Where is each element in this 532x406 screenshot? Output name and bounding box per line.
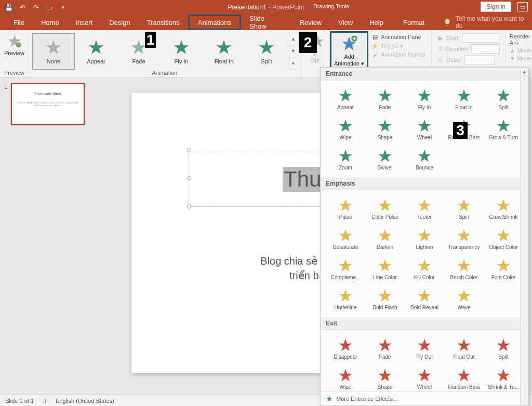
animation-none[interactable]: None bbox=[32, 33, 75, 70]
effect-underline[interactable]: Underline bbox=[326, 284, 365, 314]
duration-input[interactable] bbox=[471, 44, 500, 54]
effect-fill-color[interactable]: Fill Color bbox=[405, 254, 444, 284]
effect-line-color[interactable]: Line Color bbox=[365, 254, 405, 284]
effect-lighten[interactable]: Lighten bbox=[405, 224, 444, 254]
effect-shrink-tu-[interactable]: Shrink & Tu... bbox=[484, 363, 523, 391]
preview-button[interactable]: Preview bbox=[2, 31, 26, 58]
effect-fade[interactable]: Fade bbox=[365, 84, 405, 114]
tab-animations[interactable]: Animations bbox=[188, 15, 241, 30]
effect-fade[interactable]: Fade bbox=[365, 333, 405, 363]
start-icon: ▶ bbox=[437, 34, 444, 42]
qat-more-icon[interactable]: ▾ bbox=[57, 2, 69, 13]
undo-icon[interactable]: ↶ bbox=[17, 2, 28, 13]
effect-font-color[interactable]: Font Color bbox=[484, 254, 523, 284]
move-later-button[interactable]: ▼Move La bbox=[510, 55, 532, 61]
effect-label: Fade bbox=[379, 104, 391, 110]
effect-wheel[interactable]: Wheel bbox=[405, 363, 444, 391]
tab-insert[interactable]: Insert bbox=[68, 15, 101, 30]
effect-transparency[interactable]: Transparency bbox=[444, 224, 484, 254]
animation-appear[interactable]: Appear bbox=[75, 33, 117, 70]
effect-spin[interactable]: Spin bbox=[444, 193, 484, 224]
thumbnail-1[interactable]: 1 ThuthuatOffice Blog chia sẻ kiến thức … bbox=[4, 83, 85, 125]
effect-grow-shrink[interactable]: Grow/Shrink bbox=[484, 193, 523, 224]
preview-label: Preview bbox=[4, 50, 24, 56]
effect-swivel[interactable]: Swivel bbox=[365, 144, 405, 174]
sign-in-button[interactable]: Sign in bbox=[481, 2, 511, 12]
effect-label: Shape bbox=[378, 384, 393, 390]
effect-split[interactable]: Split bbox=[484, 333, 523, 363]
effect-compleme-[interactable]: Compleme... bbox=[326, 254, 365, 284]
animation-painter-button[interactable]: 🖌Animation Painter bbox=[371, 51, 426, 58]
effect-brush-color[interactable]: Brush Color bbox=[444, 254, 484, 284]
animation-pane-button[interactable]: ▤Animation Pane bbox=[371, 33, 426, 41]
effect-desaturate[interactable]: Desaturate bbox=[326, 224, 365, 254]
spellcheck-icon[interactable]: ▯ bbox=[43, 397, 46, 404]
star-icon bbox=[496, 337, 511, 353]
effect-fly-out[interactable]: Fly Out bbox=[405, 333, 444, 363]
effect-wipe[interactable]: Wipe bbox=[326, 114, 365, 144]
ribbon-display-options-icon[interactable]: ▭ bbox=[517, 2, 528, 11]
animation-label: Appear bbox=[87, 58, 105, 64]
animation-float-in[interactable]: Float In bbox=[203, 33, 245, 70]
effect-wipe[interactable]: Wipe bbox=[326, 363, 365, 391]
tab-view[interactable]: View bbox=[330, 15, 361, 30]
tab-review[interactable]: Review bbox=[291, 15, 330, 30]
contextual-tab-label: Drawing Tools bbox=[307, 0, 355, 12]
callout-3: 3 bbox=[453, 122, 468, 139]
resize-handle-icon[interactable] bbox=[187, 176, 191, 180]
tab-design[interactable]: Design bbox=[101, 15, 138, 30]
effect-color-pulse[interactable]: Color Pulse bbox=[365, 193, 405, 224]
start-dropdown[interactable] bbox=[462, 33, 499, 43]
tab-home[interactable]: Home bbox=[33, 15, 68, 30]
star-icon bbox=[456, 88, 472, 103]
tab-slide-show[interactable]: Slide Show bbox=[241, 15, 291, 30]
effect-zoom[interactable]: Zoom bbox=[326, 144, 365, 174]
tab-help[interactable]: Help bbox=[361, 15, 392, 30]
effect-appear[interactable]: Appear bbox=[326, 84, 365, 114]
effect-teeter[interactable]: Teeter bbox=[405, 193, 444, 224]
effect-bounce[interactable]: Bounce bbox=[405, 144, 444, 174]
save-icon[interactable]: 💾 bbox=[3, 2, 15, 13]
effect-darken[interactable]: Darken bbox=[365, 224, 405, 254]
effect-object-color[interactable]: Object Color bbox=[484, 224, 523, 254]
resize-handle-icon[interactable] bbox=[187, 204, 191, 208]
resize-handle-icon[interactable] bbox=[187, 148, 191, 152]
tab-format[interactable]: Format bbox=[395, 15, 433, 30]
effect-grow-turn[interactable]: Grow & Turn bbox=[484, 114, 523, 144]
effect-shape[interactable]: Shape bbox=[365, 114, 405, 144]
star-icon bbox=[377, 228, 393, 243]
effect-wave[interactable]: Wave bbox=[444, 284, 484, 314]
effect-wheel[interactable]: Wheel bbox=[405, 114, 444, 144]
effect-random-bars[interactable]: Random Bars bbox=[444, 363, 484, 391]
tell-me-search[interactable]: Tell me what you want to do bbox=[443, 15, 532, 30]
effect-pulse[interactable]: Pulse bbox=[326, 193, 365, 224]
effect-float-in[interactable]: Float In bbox=[444, 84, 484, 114]
language-status[interactable]: English (United States) bbox=[56, 398, 114, 404]
redo-icon[interactable]: ↷ bbox=[30, 2, 42, 13]
tab-transitions[interactable]: Transitions bbox=[139, 15, 188, 30]
add-animation-dropdown: ▲ EntranceAppearFadeFly InFloat InSplitW… bbox=[320, 67, 529, 406]
effect-disappear[interactable]: Disappear bbox=[326, 333, 365, 363]
gallery-up-icon[interactable]: ▲ bbox=[289, 33, 297, 45]
animation-split[interactable]: Split bbox=[245, 33, 288, 70]
effect-split[interactable]: Split bbox=[484, 84, 523, 114]
effect-fly-in[interactable]: Fly In bbox=[405, 84, 444, 114]
gallery-more-icon[interactable]: ▾ bbox=[289, 58, 297, 70]
add-animation-button[interactable]: AddAnimation ▾ bbox=[330, 31, 368, 71]
scroll-up-icon[interactable]: ▲ bbox=[521, 68, 528, 76]
star-icon bbox=[338, 288, 353, 304]
effect-bold-reveal[interactable]: Bold Reveal bbox=[405, 284, 444, 314]
effect-float-out[interactable]: Float Out bbox=[444, 333, 484, 363]
effect-shape[interactable]: Shape bbox=[365, 363, 405, 391]
effect-bold-flash[interactable]: Bold Flash bbox=[365, 284, 405, 314]
timing-duration-row: ⏱Duration: bbox=[437, 44, 500, 54]
delay-input[interactable] bbox=[464, 55, 495, 64]
move-earlier-button[interactable]: ▲Move Ea bbox=[510, 47, 532, 54]
start-from-beginning-icon[interactable]: ▭ bbox=[44, 2, 55, 13]
animation-label: Float In bbox=[215, 58, 234, 64]
more-entrance-effects[interactable]: More Entrance Effects... bbox=[321, 391, 528, 405]
trigger-button[interactable]: ⚡Trigger ▾ bbox=[371, 42, 426, 49]
gallery-down-icon[interactable]: ▼ bbox=[289, 45, 297, 57]
animation-fly-in[interactable]: Fly In bbox=[160, 33, 203, 70]
tab-file[interactable]: File bbox=[5, 15, 33, 30]
